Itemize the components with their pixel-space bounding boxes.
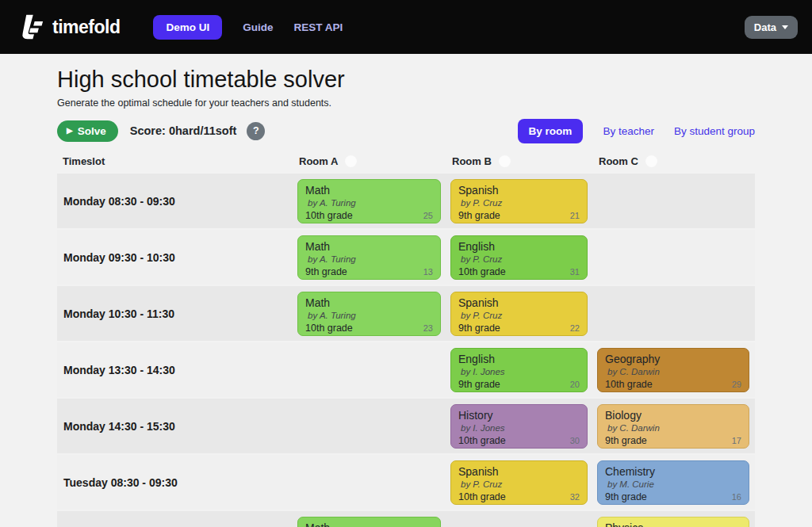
lesson-footer: 10th grade29 <box>605 378 741 391</box>
timetable: Monday 08:30 - 09:30Mathby A. Turing10th… <box>57 174 755 527</box>
lesson-student-group: 9th grade <box>458 378 500 391</box>
lesson-teacher: by P. Cruz <box>458 479 580 491</box>
lesson-teacher: by P. Cruz <box>458 254 580 265</box>
lesson-student-group: 10th grade <box>458 491 506 504</box>
nav-item-rest-api[interactable]: REST API <box>293 21 343 33</box>
lesson-card: Historyby I. Jones10th grade30 <box>450 404 588 449</box>
table-row: Monday 08:30 - 09:30Mathby A. Turing10th… <box>57 174 755 228</box>
lesson-subject: Geography <box>605 352 741 366</box>
column-header-room-c: Room C <box>593 155 755 167</box>
lesson-subject: Math <box>305 521 433 527</box>
room-cell: Geographyby C. Darwin10th grade29 <box>593 348 755 392</box>
lesson-student-count: 29 <box>732 379 741 391</box>
data-dropdown-label: Data <box>754 21 776 33</box>
table-row: Monday 09:30 - 10:30Mathby A. Turing9th … <box>57 230 755 285</box>
lesson-student-group: 10th grade <box>305 322 353 335</box>
timeslot-label: Monday 13:30 - 14:30 <box>57 364 293 376</box>
lesson-student-count: 17 <box>732 435 741 447</box>
lesson-student-group: 9th grade <box>605 491 647 504</box>
lesson-teacher: by C. Darwin <box>605 422 741 434</box>
lesson-student-count: 22 <box>570 323 580 334</box>
solve-button[interactable]: ▶ Solve <box>57 120 118 142</box>
timeslot-label: Monday 14:30 - 15:30 <box>57 420 293 433</box>
room-cell: Mathby A. Turing <box>293 517 446 527</box>
delete-room-icon[interactable] <box>645 155 657 167</box>
lesson-student-group: 9th grade <box>605 434 647 448</box>
room-cell: Biologyby C. Darwin9th grade17 <box>593 404 755 449</box>
data-dropdown-button[interactable]: Data <box>745 16 798 39</box>
lesson-card: Englishby P. Cruz10th grade31 <box>450 235 588 280</box>
lesson-card: Chemistryby M. Curie9th grade16 <box>597 460 749 505</box>
timeslot-label: Monday 10:30 - 11:30 <box>57 307 293 320</box>
lesson-student-count: 20 <box>570 379 580 391</box>
lesson-subject: Math <box>305 239 433 254</box>
lesson-teacher: by C. Darwin <box>605 366 741 378</box>
score-text: Score: 0hard/11soft <box>130 124 237 137</box>
column-header-room-a: Room A <box>293 155 446 167</box>
lesson-footer: 9th grade21 <box>458 209 580 223</box>
lesson-footer: 9th grade20 <box>458 378 580 391</box>
timeslot-label: Monday 08:30 - 09:30 <box>57 195 293 208</box>
page-subtitle: Generate the optimal schedule for your t… <box>57 97 755 109</box>
lesson-student-group: 9th grade <box>305 265 347 279</box>
tab-by-room[interactable]: By room <box>518 119 584 143</box>
lesson-subject: Spanish <box>458 183 580 197</box>
lesson-teacher: by A. Turing <box>305 254 433 265</box>
toolbar: ▶ Solve Score: 0hard/11soft ? By room By… <box>57 119 755 143</box>
lesson-footer: 10th grade31 <box>458 265 580 279</box>
lesson-card: Spanishby P. Cruz9th grade22 <box>450 292 588 336</box>
timefold-logo-icon <box>14 12 44 42</box>
room-cell: Historyby I. Jones10th grade30 <box>446 404 593 449</box>
lesson-subject: English <box>458 239 580 254</box>
lesson-card: Englishby I. Jones9th grade20 <box>450 348 588 392</box>
table-row: Monday 10:30 - 11:30Mathby A. Turing10th… <box>57 286 755 341</box>
brand-title: timefold <box>52 17 120 38</box>
lesson-footer: 9th grade22 <box>458 322 580 335</box>
question-mark-icon: ? <box>253 125 259 136</box>
lesson-subject: Biology <box>605 408 741 422</box>
delete-room-icon[interactable] <box>345 155 357 167</box>
help-button[interactable]: ? <box>247 122 265 140</box>
column-header-timeslot: Timeslot <box>57 155 293 167</box>
room-cell: Physicsby M. Curie <box>593 517 755 527</box>
lesson-student-group: 10th grade <box>458 434 506 448</box>
lesson-card: Spanishby P. Cruz10th grade32 <box>450 460 588 505</box>
room-cell: Spanishby P. Cruz9th grade22 <box>446 292 593 336</box>
solve-button-label: Solve <box>78 125 106 137</box>
lesson-teacher: by M. Curie <box>605 479 741 491</box>
lesson-card: Mathby A. Turing <box>297 517 441 527</box>
room-cell: Englishby P. Cruz10th grade31 <box>446 235 593 280</box>
room-cell: Mathby A. Turing10th grade23 <box>293 292 446 336</box>
lesson-card: Mathby A. Turing10th grade23 <box>297 292 441 336</box>
lesson-student-group: 9th grade <box>458 209 500 223</box>
lesson-student-count: 21 <box>570 210 580 222</box>
play-icon: ▶ <box>67 127 73 135</box>
room-cell: Spanishby P. Cruz10th grade32 <box>446 460 593 505</box>
chevron-down-icon <box>782 25 788 29</box>
table-row: Monday 14:30 - 15:30Historyby I. Jones10… <box>57 399 755 453</box>
nav-item-guide[interactable]: Guide <box>243 21 273 33</box>
lesson-subject: History <box>458 408 580 422</box>
lesson-subject: Math <box>305 183 433 197</box>
lesson-teacher: by A. Turing <box>305 310 433 322</box>
main-content: High school timetable solver Generate th… <box>57 67 755 527</box>
lesson-subject: Math <box>305 296 433 310</box>
lesson-student-count: 23 <box>423 323 433 334</box>
tab-by-student-group[interactable]: By student group <box>674 125 755 137</box>
lesson-subject: English <box>458 352 580 366</box>
lesson-subject: Spanish <box>458 464 580 479</box>
page-title: High school timetable solver <box>57 67 755 93</box>
column-header-room-b: Room B <box>446 155 593 167</box>
nav-item-demo-ui[interactable]: Demo UI <box>153 15 222 40</box>
navbar: timefold Demo UI Guide REST API Data <box>0 0 812 54</box>
lesson-card: Physicsby M. Curie <box>597 517 749 527</box>
lesson-subject: Physics <box>605 521 741 527</box>
delete-room-icon[interactable] <box>499 155 511 167</box>
tab-by-teacher[interactable]: By teacher <box>603 125 654 137</box>
lesson-footer: 9th grade17 <box>605 434 741 448</box>
lesson-student-group: 10th grade <box>305 209 353 223</box>
lesson-footer: 10th grade30 <box>458 434 580 448</box>
table-row: Tuesday 09:30 - 10:30Mathby A. TuringPhy… <box>57 511 755 527</box>
room-cell: Chemistryby M. Curie9th grade16 <box>593 460 755 505</box>
room-cell: Mathby A. Turing10th grade25 <box>293 179 446 223</box>
